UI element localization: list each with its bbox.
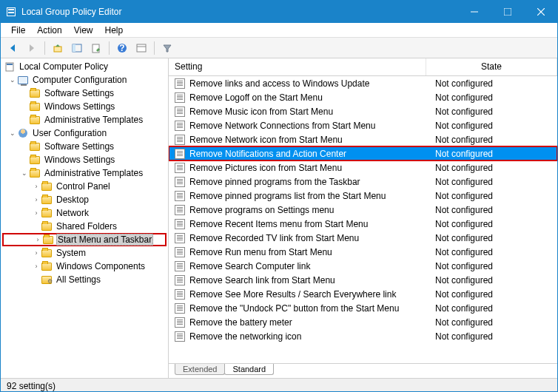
list-row[interactable]: Remove Recent Items menu from Start Menu…: [169, 217, 557, 231]
collapse-icon[interactable]: ⌄: [8, 75, 17, 84]
setting-state: Not configured: [426, 78, 557, 89]
column-state[interactable]: State: [426, 58, 557, 75]
show-hide-tree-button[interactable]: [68, 40, 86, 56]
tree-label: Start Menu and Taskbar: [56, 234, 153, 246]
back-button[interactable]: [4, 40, 21, 56]
tree-system[interactable]: ›System: [2, 246, 167, 260]
folder-icon: [41, 195, 53, 205]
list-row[interactable]: Remove links and access to Windows Updat…: [169, 76, 557, 90]
tree-control-panel[interactable]: ›Control Panel: [2, 180, 167, 193]
setting-state: Not configured: [426, 149, 557, 159]
list-row[interactable]: Remove Search link from Start MenuNot co…: [169, 273, 557, 287]
tree-label: Shared Folders: [55, 221, 118, 232]
svg-rect-5: [504, 8, 511, 16]
tree-start-menu-taskbar[interactable]: ›Start Menu and Taskbar: [2, 233, 167, 246]
tab-standard[interactable]: Standard: [224, 364, 274, 375]
tree-windows-settings[interactable]: Windows Settings: [2, 100, 167, 113]
up-button[interactable]: [49, 40, 67, 56]
tree-label: Desktop: [55, 195, 90, 205]
menu-help[interactable]: Help: [99, 24, 130, 37]
menu-view[interactable]: View: [68, 24, 99, 37]
expand-icon[interactable]: ›: [32, 249, 41, 257]
folder-icon: [42, 234, 54, 245]
tree-all-settings[interactable]: All Settings: [2, 273, 167, 286]
setting-name: Remove Notifications and Action Center: [189, 149, 426, 159]
export-list-button[interactable]: [87, 40, 105, 56]
list-row[interactable]: Remove pinned programs from the TaskbarN…: [169, 175, 557, 189]
status-bar: 92 setting(s): [1, 378, 557, 392]
expand-icon[interactable]: ›: [32, 262, 41, 271]
collapse-icon[interactable]: ⌄: [20, 169, 29, 178]
tree-software-settings[interactable]: Software Settings: [2, 140, 167, 153]
svg-rect-3: [8, 12, 14, 13]
tree-label: All Settings: [55, 274, 102, 285]
setting-state: Not configured: [426, 177, 557, 187]
list-row[interactable]: Remove Run menu from Start MenuNot confi…: [169, 245, 557, 259]
tree-software-settings[interactable]: Software Settings: [2, 87, 167, 100]
policy-item-icon: [173, 134, 186, 146]
tree-windows-components[interactable]: ›Windows Components: [2, 260, 167, 273]
user-icon: [17, 128, 29, 138]
policy-item-icon: [173, 303, 186, 314]
tree-desktop[interactable]: ›Desktop: [2, 193, 167, 206]
tree-windows-settings[interactable]: Windows Settings: [2, 153, 167, 166]
tree-label: System: [55, 248, 87, 258]
setting-state: Not configured: [426, 163, 557, 173]
filter-button[interactable]: [158, 40, 176, 56]
policy-icon: [4, 61, 16, 72]
tree-computer-config[interactable]: ⌄ Computer Configuration: [2, 73, 167, 87]
list-row[interactable]: Remove Network Connections from Start Me…: [169, 118, 557, 132]
properties-button[interactable]: [132, 40, 150, 56]
close-button[interactable]: [524, 1, 557, 23]
tab-extended[interactable]: Extended: [175, 364, 225, 375]
list-row[interactable]: Remove Pictures icon from Start MenuNot …: [169, 160, 557, 175]
menu-file[interactable]: File: [5, 24, 31, 37]
list-row[interactable]: Remove the "Undock PC" button from the S…: [169, 301, 557, 315]
list-row[interactable]: Remove Notifications and Action CenterNo…: [169, 146, 557, 160]
content-area: Local Computer Policy ⌄ Computer Configu…: [1, 58, 557, 378]
forward-button[interactable]: [23, 40, 41, 56]
tree-label: Control Panel: [55, 181, 112, 192]
minimize-button[interactable]: [457, 1, 491, 23]
collapse-icon[interactable]: ⌄: [8, 129, 17, 138]
expand-icon[interactable]: ›: [33, 235, 42, 244]
tree-admin-templates[interactable]: Administrative Templates: [2, 113, 167, 126]
expand-icon[interactable]: ›: [32, 195, 41, 204]
list-panel: Setting State Remove links and access to…: [169, 58, 557, 378]
column-setting[interactable]: Setting: [169, 58, 426, 75]
folder-icon: [41, 221, 53, 232]
list-body[interactable]: Remove links and access to Windows Updat…: [169, 76, 557, 363]
folder-icon: [41, 248, 53, 258]
list-row[interactable]: Remove See More Results / Search Everywh…: [169, 287, 557, 301]
expand-icon[interactable]: ›: [32, 209, 41, 217]
tree-panel[interactable]: Local Computer Policy ⌄ Computer Configu…: [1, 58, 169, 378]
tree-root[interactable]: Local Computer Policy: [2, 60, 167, 73]
policy-item-icon: [173, 317, 186, 328]
list-row[interactable]: Remove Network icon from Start MenuNot c…: [169, 132, 557, 146]
setting-name: Remove Logoff on the Start Menu: [189, 92, 426, 103]
maximize-button[interactable]: [491, 1, 524, 23]
list-row[interactable]: Remove the battery meterNot configured: [169, 315, 557, 329]
list-row[interactable]: Remove the networking iconNot configured: [169, 329, 557, 343]
list-row[interactable]: Remove Music icon from Start MenuNot con…: [169, 104, 557, 118]
list-header: Setting State: [169, 58, 557, 76]
toolbar-separator: [109, 41, 110, 55]
expand-icon[interactable]: ›: [32, 182, 41, 191]
list-row[interactable]: Remove Recorded TV link from Start MenuN…: [169, 231, 557, 245]
tree-network[interactable]: ›Network: [2, 206, 167, 220]
tree-user-config[interactable]: ⌄ User Configuration: [2, 126, 167, 140]
policy-item-icon: [173, 260, 186, 272]
list-row[interactable]: Remove Logoff on the Start MenuNot confi…: [169, 90, 557, 104]
tree-shared-folders[interactable]: Shared Folders: [2, 220, 167, 233]
menu-action[interactable]: Action: [31, 24, 67, 37]
title-bar: Local Group Policy Editor: [1, 1, 557, 23]
list-row[interactable]: Remove Search Computer linkNot configure…: [169, 259, 557, 273]
setting-state: Not configured: [426, 331, 557, 342]
list-row[interactable]: Remove pinned programs list from the Sta…: [169, 189, 557, 203]
tree-admin-templates[interactable]: ⌄ Administrative Templates: [2, 166, 167, 180]
folder-icon: [41, 261, 53, 271]
setting-name: Remove programs on Settings menu: [189, 205, 426, 215]
help-button[interactable]: ?: [113, 40, 131, 56]
list-row[interactable]: Remove programs on Settings menuNot conf…: [169, 203, 557, 217]
setting-state: Not configured: [426, 275, 557, 285]
